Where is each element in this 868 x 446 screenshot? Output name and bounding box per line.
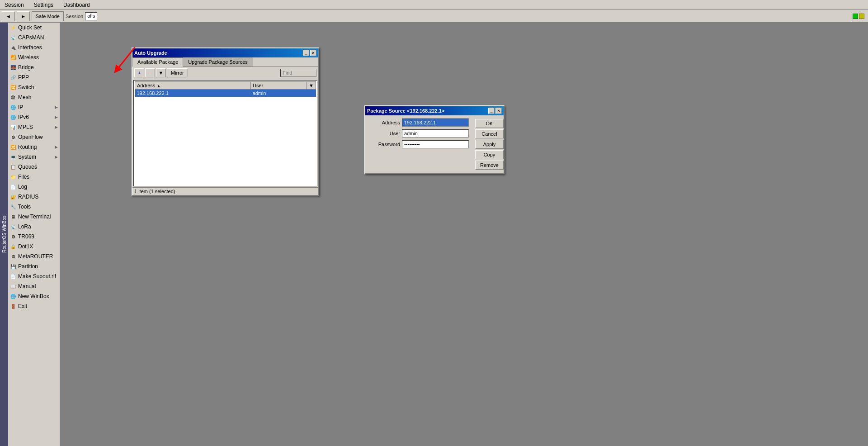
sidebar-label-tr069: TR069 <box>18 233 58 240</box>
sort-arrow: ▲ <box>156 84 160 88</box>
sidebar-item-openflow[interactable]: ⚙ OpenFlow <box>8 132 60 142</box>
auto-upgrade-titlebar[interactable]: Auto Upgrade _ × <box>132 48 318 57</box>
address-input[interactable] <box>402 119 469 127</box>
exit-icon: 🚪 <box>10 303 16 309</box>
tools-icon: 🔧 <box>10 204 16 210</box>
sidebar-label-partition: Partition <box>18 263 58 270</box>
tab-upgrade-sources[interactable]: Upgrade Package Sources <box>183 57 252 66</box>
sidebar-label-switch: Switch <box>18 84 58 90</box>
session-value: ofis <box>85 12 97 20</box>
main-layout: RouterOS WinBox ⚡ Quick Set 📡 CAPsMAN 🔌 … <box>0 23 868 446</box>
pkg-source-minimize[interactable]: _ <box>488 108 495 114</box>
address-label: Address <box>371 120 400 125</box>
col-address[interactable]: Address ▲ <box>135 82 251 90</box>
sidebar-item-routing[interactable]: 🔀 Routing ▶ <box>8 142 60 152</box>
user-input[interactable] <box>402 129 469 138</box>
sidebar-label-new-terminal: New Terminal <box>18 214 58 220</box>
sidebar-label-lora: LoRa <box>18 223 58 230</box>
remove-source-button[interactable]: − <box>145 68 155 77</box>
password-input[interactable] <box>402 140 469 148</box>
cell-address: 192.168.222.1 <box>135 90 251 97</box>
col-user[interactable]: User <box>251 82 307 90</box>
sidebar-label-queues: Queues <box>18 164 58 170</box>
sidebar-item-radius[interactable]: 🔐 RADIUS <box>8 192 60 202</box>
ok-button[interactable]: OK <box>475 119 504 128</box>
menu-dashboard[interactable]: Dashboard <box>61 1 93 9</box>
auto-upgrade-controls: _ × <box>303 50 316 56</box>
sidebar-label-make-supout: Make Supout.rif <box>18 273 58 280</box>
sidebar-item-new-terminal[interactable]: 🖥 New Terminal <box>8 212 60 222</box>
sidebar-item-system[interactable]: 💻 System ▶ <box>8 152 60 162</box>
pkg-source-titlebar[interactable]: Package Source <192.168.222.1> _ × <box>365 106 504 115</box>
forward-button[interactable]: ► <box>17 11 30 21</box>
ip-arrow-icon: ▶ <box>55 105 58 109</box>
metarouter-icon: 🖥 <box>10 253 16 260</box>
cell-empty <box>307 90 316 97</box>
sidebar-item-exit[interactable]: 🚪 Exit <box>8 301 60 311</box>
sidebar-item-bridge[interactable]: 🌉 Bridge <box>8 62 60 72</box>
content-area: Auto Upgrade _ × Available Package Upgra… <box>60 23 868 446</box>
sidebar-item-capsman[interactable]: 📡 CAPsMAN <box>8 33 60 43</box>
apply-button[interactable]: Apply <box>475 140 504 149</box>
col-expand[interactable]: ▼ <box>307 82 316 90</box>
sidebar-item-tools[interactable]: 🔧 Tools <box>8 202 60 212</box>
sidebar-label-exit: Exit <box>18 303 58 309</box>
remove-button[interactable]: Remove <box>475 161 504 170</box>
sidebar-item-switch[interactable]: 🔀 Switch <box>8 82 60 92</box>
sidebar-item-mesh[interactable]: 🕸 Mesh <box>8 92 60 102</box>
system-arrow-icon: ▶ <box>55 155 58 159</box>
sidebar-item-new-winbox[interactable]: 🌐 New WinBox <box>8 291 60 301</box>
sidebar-item-manual[interactable]: 📖 Manual <box>8 281 60 291</box>
mpls-arrow-icon: ▶ <box>55 125 58 129</box>
address-row: Address <box>367 117 472 128</box>
ppp-icon: 🔗 <box>10 74 16 81</box>
routing-icon: 🔀 <box>10 144 16 150</box>
sidebar-item-partition[interactable]: 💾 Partition <box>8 261 60 271</box>
auto-upgrade-close[interactable]: × <box>310 50 316 56</box>
sidebar-item-tr069[interactable]: ⚙ TR069 <box>8 232 60 242</box>
table-row[interactable]: 192.168.222.1 admin <box>135 90 316 97</box>
sidebar-item-ppp[interactable]: 🔗 PPP <box>8 72 60 82</box>
sidebar-item-ip[interactable]: 🌐 IP ▶ <box>8 102 60 112</box>
back-button[interactable]: ◄ <box>2 11 15 21</box>
sidebar-label-radius: RADIUS <box>18 194 58 200</box>
sidebar-item-log[interactable]: 📄 Log <box>8 182 60 192</box>
sidebar-item-queues[interactable]: 📋 Queues <box>8 162 60 172</box>
sidebar-label-new-winbox: New WinBox <box>18 293 58 299</box>
sidebar-item-ipv6[interactable]: 🌐 IPv6 ▶ <box>8 112 60 122</box>
sidebar-item-dot1x[interactable]: 🔒 Dot1X <box>8 242 60 251</box>
auto-upgrade-minimize[interactable]: _ <box>303 50 309 56</box>
sidebar-label-mesh: Mesh <box>18 94 58 100</box>
sidebar-item-files[interactable]: 📁 Files <box>8 172 60 182</box>
sidebar-item-lora[interactable]: 📡 LoRa <box>8 222 60 232</box>
sidebar-label-ppp: PPP <box>18 74 58 81</box>
pkg-source-close[interactable]: × <box>495 108 502 114</box>
add-source-button[interactable]: + <box>134 68 144 77</box>
toolbar: ◄ ► Safe Mode Session ofis <box>0 10 868 23</box>
sidebar-item-quick-set[interactable]: ⚡ Quick Set <box>8 23 60 33</box>
sidebar-label-quick-set: Quick Set <box>18 24 58 31</box>
sidebar-item-wireless[interactable]: 📶 Wireless <box>8 52 60 62</box>
find-input[interactable] <box>280 69 316 77</box>
make-supout-icon: 📄 <box>10 273 16 280</box>
menu-settings[interactable]: Settings <box>31 1 56 9</box>
menu-session[interactable]: Session <box>2 1 27 9</box>
sidebar-label-tools: Tools <box>18 204 58 210</box>
mpls-icon: 📊 <box>10 124 16 130</box>
copy-button[interactable]: Copy <box>475 150 504 159</box>
manual-icon: 📖 <box>10 283 16 289</box>
password-row: Password <box>367 139 472 150</box>
log-icon: 📄 <box>10 184 16 190</box>
cancel-button[interactable]: Cancel <box>475 129 504 138</box>
sidebar-item-metarouter[interactable]: 🖥 MetaROUTER <box>8 251 60 261</box>
sidebar-item-mpls[interactable]: 📊 MPLS ▶ <box>8 122 60 132</box>
mesh-icon: 🕸 <box>10 94 16 100</box>
quick-set-icon: ⚡ <box>10 24 16 31</box>
mirror-button[interactable]: Mirror <box>167 68 188 77</box>
filter-button[interactable]: ▼ <box>156 68 166 77</box>
safe-mode-button[interactable]: Safe Mode <box>32 11 64 21</box>
sidebar-item-make-supout[interactable]: 📄 Make Supout.rif <box>8 271 60 281</box>
tab-available-package[interactable]: Available Package <box>132 57 183 67</box>
switch-icon: 🔀 <box>10 84 16 90</box>
sidebar-item-interfaces[interactable]: 🔌 Interfaces <box>8 43 60 52</box>
